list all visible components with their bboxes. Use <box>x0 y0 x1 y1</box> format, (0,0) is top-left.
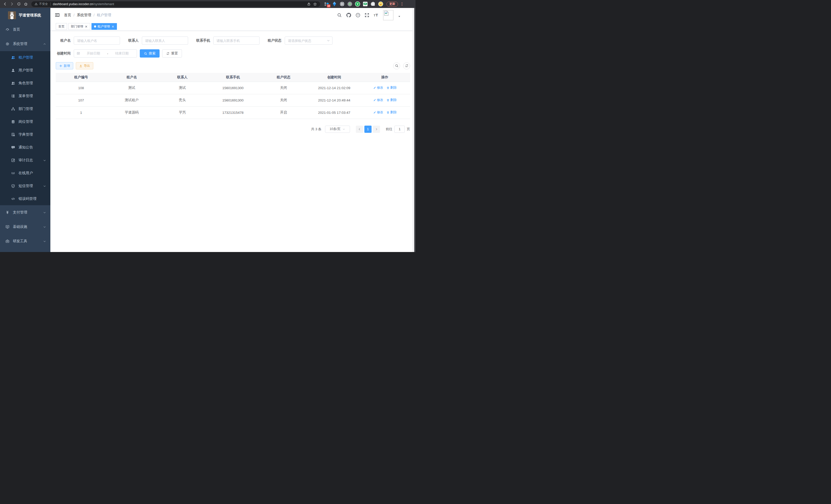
sidebar-item-label: 审计日志 <box>19 158 33 162</box>
sidebar-item-audit-log[interactable]: 审计日志 <box>0 154 50 167</box>
toggle-search-button[interactable] <box>393 62 400 69</box>
sidebar: 芋道管理系统 首页系统管理租户管理用户管理角色管理菜单管理部门管理岗位管理字典管… <box>0 8 50 252</box>
sidebar-item-home[interactable]: 首页 <box>0 22 50 37</box>
tags-view-bar: 首页部门管理租户管理 <box>50 22 416 31</box>
close-icon[interactable] <box>85 25 88 28</box>
pay-icon <box>5 210 9 214</box>
sidebar-item-dict[interactable]: 字典管理 <box>0 128 50 141</box>
extension-command-icon[interactable] <box>339 1 345 7</box>
scrollbar-track[interactable] <box>412 8 416 252</box>
filter-row-1: 租户名 联系人 联系手机 租户状态 <box>56 36 410 45</box>
current-page-button[interactable]: 1 <box>364 126 372 133</box>
github-icon[interactable] <box>346 12 351 18</box>
close-icon[interactable] <box>112 25 114 28</box>
add-button[interactable]: 新增 <box>56 62 73 69</box>
help-icon[interactable]: ? <box>355 13 360 18</box>
reset-button[interactable]: 重置 <box>162 49 182 58</box>
navbar-actions: ? TT <box>337 10 401 20</box>
collapse-sidebar-icon[interactable] <box>55 13 60 17</box>
status-select[interactable] <box>285 36 333 45</box>
extension-chat-icon[interactable] <box>363 1 368 7</box>
table-cell: 测试 <box>106 82 157 94</box>
extension-green-y-icon[interactable]: Y <box>355 1 360 7</box>
sidebar-item-dev-tools[interactable]: 研发工具 <box>0 234 50 248</box>
share-icon[interactable] <box>306 2 312 7</box>
tenant-name-input[interactable] <box>74 36 120 45</box>
svg-text:Y: Y <box>357 2 359 6</box>
sidebar-item-menu[interactable]: 菜单管理 <box>0 90 50 102</box>
svg-text:?: ? <box>357 13 359 17</box>
table-cell: 107 <box>56 94 106 106</box>
date-range-separator: - <box>107 52 109 56</box>
end-date-placeholder[interactable]: 结束日期 <box>110 51 134 56</box>
sidebar-item-user[interactable]: 用户管理 <box>0 64 50 77</box>
url-text[interactable]: dashboard.yudao.iocoder.cn/system/tenant <box>53 2 306 6</box>
sidebar-item-system[interactable]: 系统管理 <box>0 37 50 51</box>
browser-home-icon[interactable] <box>22 1 29 7</box>
extension-emoji-icon[interactable] <box>378 1 383 7</box>
browser-forward-icon[interactable] <box>8 1 16 7</box>
browser-menu-icon[interactable] <box>400 2 404 6</box>
page-size-select[interactable]: 10条/页 <box>325 126 350 133</box>
goto-label: 前往 <box>386 127 392 131</box>
edit-pencil-icon <box>373 99 376 102</box>
sidebar-item-online-user[interactable]: 在线用户 <box>0 167 50 180</box>
browser-update-button[interactable]: 更新 <box>386 2 398 7</box>
avatar-caret-down-icon[interactable] <box>398 15 401 18</box>
tab-tenant[interactable]: 租户管理 <box>91 23 117 30</box>
sidebar-logo[interactable]: 芋道管理系统 <box>0 8 50 22</box>
start-date-placeholder[interactable]: 开始日期 <box>81 51 106 56</box>
extension-kite-icon[interactable] <box>332 1 337 7</box>
sidebar-item-label: 通知公告 <box>19 145 33 150</box>
delete-link[interactable]: 删除 <box>386 98 397 102</box>
status-select-input[interactable] <box>285 36 333 45</box>
sidebar-item-sms[interactable]: 短信管理 <box>0 180 50 192</box>
delete-link[interactable]: 删除 <box>386 86 397 90</box>
breadcrumb-item[interactable]: 首页 <box>64 13 71 18</box>
table-cell: 测试 <box>157 82 208 94</box>
header-search-icon[interactable] <box>337 13 342 18</box>
mobile-input[interactable] <box>213 36 260 45</box>
sidebar-item-post[interactable]: 岗位管理 <box>0 115 50 128</box>
extensions-puzzle-icon[interactable] <box>370 1 376 7</box>
sidebar-item-error-code[interactable]: 错误码管理 <box>0 192 50 205</box>
extension-dot-circle-icon[interactable] <box>347 1 352 7</box>
sidebar-item-dept[interactable]: 部门管理 <box>0 102 50 115</box>
font-size-icon[interactable]: TT <box>374 12 379 18</box>
sidebar-item-notice[interactable]: 通知公告 <box>0 141 50 154</box>
next-page-button[interactable] <box>373 126 380 133</box>
bookmark-star-icon[interactable] <box>312 2 318 7</box>
sidebar-item-infra[interactable]: 基础设施 <box>0 219 50 234</box>
breadcrumb-item[interactable]: 系统管理 <box>77 13 91 18</box>
export-button[interactable]: 导出 <box>76 62 93 69</box>
edit-link[interactable]: 修改 <box>373 110 383 115</box>
refresh-table-button[interactable] <box>403 62 410 69</box>
main-area: 首页/系统管理/租户管理 ? TT 首页部门管理租户管理 租户名 联系人 <box>50 8 416 252</box>
search-button[interactable]: 搜索 <box>140 49 160 58</box>
security-warning-icon[interactable] <box>34 2 38 6</box>
tab-dept[interactable]: 部门管理 <box>68 23 90 30</box>
fullscreen-icon[interactable] <box>365 13 369 18</box>
sidebar-item-tenant[interactable]: 租户管理 <box>0 51 50 64</box>
edit-link[interactable]: 修改 <box>373 86 383 90</box>
address-bar[interactable]: 不安全 dashboard.yudao.iocoder.cn/system/te… <box>31 1 320 7</box>
security-label[interactable]: 不安全 <box>39 2 48 6</box>
edit-link[interactable]: 修改 <box>373 98 383 102</box>
prev-page-button[interactable] <box>356 126 363 133</box>
browser-back-icon[interactable] <box>2 1 8 7</box>
contact-input[interactable] <box>142 36 188 45</box>
online-icon <box>11 171 15 175</box>
sidebar-item-role[interactable]: 角色管理 <box>0 77 50 90</box>
tab-home[interactable]: 首页 <box>56 23 67 30</box>
extension-tiles-icon[interactable]: 10 <box>324 1 329 7</box>
browser-reload-icon[interactable] <box>16 1 22 7</box>
date-range-picker[interactable]: 开始日期 - 结束日期 <box>74 49 137 58</box>
column-header: 租户状态 <box>258 73 309 82</box>
table-row: 107测试租户秃头15601691300关闭2021-12-14 20:49:4… <box>56 94 410 106</box>
status-label: 租户状态 <box>268 38 282 43</box>
delete-link[interactable]: 删除 <box>386 110 397 115</box>
goto-page-input[interactable] <box>395 126 405 133</box>
sidebar-item-pay[interactable]: 支付管理 <box>0 205 50 219</box>
tab-label: 首页 <box>58 24 64 29</box>
avatar[interactable] <box>383 10 393 20</box>
